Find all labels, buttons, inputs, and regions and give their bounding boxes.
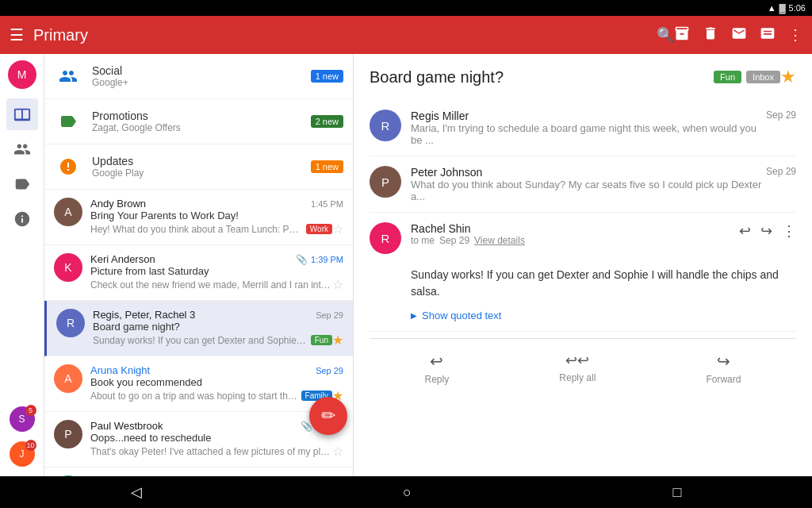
anissa-body: Anissa Lee Furniture we no longer need	[90, 475, 343, 476]
aruna-time: Sep 29	[316, 366, 343, 375]
reply-btn-icon: ↩	[430, 352, 443, 371]
recents-nav-icon[interactable]: □	[672, 484, 681, 501]
updates-badge: 1 new	[311, 160, 343, 173]
andy-time: 1:45 PM	[311, 199, 343, 209]
more-action-icon[interactable]: ⋮	[782, 222, 796, 240]
updates-info: Updates Google Play	[92, 155, 311, 179]
aruna-sender: Aruna Knight	[90, 364, 150, 376]
peter-thread-sender: Peter Johnson	[411, 166, 766, 179]
menu-icon[interactable]: ☰	[10, 25, 24, 44]
email-icon[interactable]	[731, 25, 747, 45]
quoted-triangle-icon: ▶	[411, 311, 417, 320]
delete-icon[interactable]	[703, 25, 718, 45]
more-icon[interactable]: ⋮	[788, 26, 802, 44]
promotions-sub: Zagat, Google Offers	[92, 122, 311, 133]
sidebar-icons: M S 5	[0, 54, 44, 476]
andy-preview: Hey! What do you think about a Team Lunc…	[90, 224, 303, 235]
thread-message-peter[interactable]: P Peter Johnson What do you think about …	[370, 156, 796, 213]
regis-tag: Fun	[311, 335, 332, 345]
category-promotions[interactable]: Promotions Zagat, Google Offers 2 new	[44, 99, 353, 144]
rachel-avatar: R	[370, 222, 401, 254]
andy-body: Andy Brown 1:45 PM Bring Your Parents to…	[90, 198, 343, 237]
forward-button[interactable]: ↪ Forward	[706, 352, 741, 385]
regis-time: Sep 29	[316, 310, 343, 320]
paul-star[interactable]: ☆	[332, 444, 343, 459]
show-quoted-label: Show quoted text	[422, 310, 501, 321]
aruna-preview: About to go on a trip and was hoping to …	[90, 391, 301, 402]
compose-fab[interactable]: ✏	[309, 397, 347, 435]
email-item-paul[interactable]: P Paul Westbrook 📎 Sep 29 Oops...need to…	[44, 412, 353, 468]
reply-all-label: Reply all	[559, 372, 596, 383]
email-item-aruna[interactable]: A Aruna Knight Sep 29 Book you recommend…	[44, 356, 353, 412]
home-nav-icon[interactable]: ○	[403, 484, 412, 501]
thread-message-regis[interactable]: R Regis Miller Maria, I'm trying to sche…	[370, 100, 796, 156]
andy-star[interactable]: ☆	[332, 221, 343, 237]
paul-preview: That's okay Peter! I've attached a few p…	[90, 446, 332, 457]
archive-icon[interactable]	[674, 25, 690, 45]
email-item-andy[interactable]: A Andy Brown 1:45 PM Bring Your Parents …	[44, 190, 353, 245]
sidebar-item-people[interactable]	[6, 133, 38, 165]
wifi-icon: ▲	[768, 3, 776, 13]
peter-thread-time: Sep 29	[766, 166, 796, 177]
label-icon[interactable]	[760, 25, 776, 45]
category-social[interactable]: Social Google+ 1 new	[44, 54, 353, 99]
updates-sub: Google Play	[92, 167, 311, 179]
regis-thread-time: Sep 29	[766, 110, 796, 121]
paul-body: Paul Westbrook 📎 Sep 29 Oops...need to r…	[90, 420, 343, 459]
detail-header: Board game night? Fun Inbox ★	[370, 67, 796, 87]
view-details-link[interactable]: View details	[474, 235, 525, 246]
rachel-date: Sep 29	[439, 235, 469, 246]
expanded-message: R Rachel Shin to me Sep 29 View details …	[370, 213, 796, 332]
keri-time: 1:39 PM	[311, 255, 343, 264]
rachel-sender-info: Rachel Shin to me Sep 29 View details	[411, 222, 739, 246]
peter-thread-preview: What do you think about Sunday? My car s…	[411, 179, 766, 202]
detail-tags: Fun Inbox	[714, 71, 780, 83]
rachel-sender-name: Rachel Shin	[411, 222, 739, 235]
detail-subject: Board game night?	[370, 68, 707, 87]
main-content: M S 5	[0, 54, 812, 476]
sidebar-avatar-2[interactable]: S 5	[6, 403, 38, 435]
battery-icon: ▓	[779, 3, 786, 13]
sidebar-avatar-3[interactable]: J 10	[6, 438, 38, 470]
updates-name: Updates	[92, 155, 311, 167]
keri-attachment-icon: 📎	[296, 254, 308, 265]
forward-label: Forward	[706, 374, 741, 385]
detail-tag-fun: Fun	[714, 71, 741, 83]
sidebar-item-tablet[interactable]	[6, 98, 38, 130]
show-quoted-text[interactable]: ▶ Show quoted text	[370, 310, 796, 321]
status-bar: ▲ ▓ 5:06	[0, 0, 812, 16]
promotions-name: Promotions	[92, 110, 311, 122]
back-nav-icon[interactable]: ◁	[131, 483, 142, 501]
email-item-regis[interactable]: R Regis, Peter, Rachel 3 Sep 29 Board ga…	[44, 301, 353, 356]
detail-star[interactable]: ★	[780, 67, 796, 87]
reply-all-icon: ↩↩	[565, 352, 589, 369]
email-item-keri[interactable]: K Keri Anderson 📎 1:39 PM Picture from l…	[44, 245, 353, 301]
reply-button[interactable]: ↩ Reply	[425, 352, 450, 385]
search-icon[interactable]: 🔍	[657, 26, 674, 44]
anissa-sender: Anissa Lee	[90, 475, 141, 476]
regis-thread-avatar: R	[370, 110, 401, 141]
email-item-anissa[interactable]: A Anissa Lee Furniture we no longer need	[44, 468, 353, 476]
status-time: 5:06	[789, 3, 806, 13]
sidebar-item-label[interactable]	[6, 168, 38, 200]
keri-star[interactable]: ☆	[332, 277, 343, 292]
social-name: Social	[92, 64, 311, 77]
updates-icon	[54, 152, 82, 181]
reply-all-button[interactable]: ↩↩ Reply all	[559, 352, 596, 385]
social-sub: Google+	[92, 77, 311, 88]
detail-tag-inbox: Inbox	[746, 71, 780, 83]
email-detail: Board game night? Fun Inbox ★ R Regis Mi…	[354, 54, 812, 476]
andy-avatar: A	[54, 198, 82, 226]
regis-star[interactable]: ★	[332, 333, 343, 348]
reply-icon[interactable]: ↩	[739, 222, 751, 240]
forward-icon[interactable]: ↪	[760, 222, 772, 240]
profile-avatar[interactable]: M	[8, 60, 36, 89]
regis-thread-info: Regis Miller Maria, I'm trying to schedu…	[411, 110, 766, 146]
category-updates[interactable]: Updates Google Play 1 new	[44, 144, 353, 190]
regis-thread-sender: Regis Miller	[411, 110, 766, 122]
sidebar-item-info[interactable]	[6, 203, 38, 235]
peter-thread-info: Peter Johnson What do you think about Su…	[411, 166, 766, 202]
reply-label: Reply	[425, 374, 450, 385]
keri-subject: Picture from last Saturday	[90, 265, 343, 277]
forward-btn-icon: ↪	[717, 352, 730, 371]
